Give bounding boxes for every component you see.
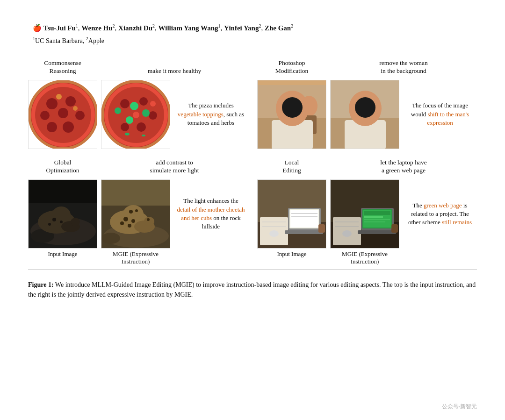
face-edited-svg	[331, 80, 399, 149]
laptop-green-image	[330, 179, 399, 249]
caption-face: The focus of the image would shift to th…	[403, 101, 477, 127]
svg-point-5	[75, 111, 85, 120]
svg-point-50	[48, 223, 51, 226]
svg-rect-79	[285, 230, 323, 234]
bottom-left-panel: GlobalOptimization add contrast tosimula…	[28, 158, 248, 249]
svg-rect-53	[29, 180, 97, 203]
svg-rect-80	[318, 224, 325, 233]
svg-point-64	[129, 210, 133, 214]
svg-point-16	[120, 99, 130, 108]
svg-point-27	[125, 133, 130, 135]
laptop-green-svg	[331, 180, 399, 249]
bottom-label-mgie-2: MGIE (Expressive Instruction)	[330, 250, 399, 265]
svg-point-48	[52, 218, 56, 221]
top-left-panel: CommonsenseReasoning make it more health…	[28, 59, 248, 149]
cheetah-dark-svg	[29, 180, 97, 249]
authors-line: 🍎 Tsu-Jui Fu1, Wenze Hu2, Xianzhi Du2, W…	[28, 23, 477, 32]
svg-point-17	[139, 97, 148, 106]
cheetah-dark-image	[28, 179, 97, 249]
svg-point-62	[120, 221, 124, 225]
svg-point-7	[47, 122, 57, 132]
svg-point-26	[150, 101, 156, 107]
figure-divider	[28, 269, 477, 270]
svg-point-57	[101, 233, 120, 244]
label-local: LocalEditing	[257, 158, 326, 175]
svg-point-28	[142, 135, 145, 136]
label-add-contrast: add contrast tosimulate more light	[101, 158, 248, 175]
svg-point-21	[130, 102, 138, 110]
svg-rect-55	[101, 180, 170, 206]
figure-caption: Figure 1: We introduce MLLM-Guided Image…	[28, 280, 477, 299]
svg-point-20	[121, 123, 129, 131]
watermark: 公众号·新智元	[442, 403, 477, 411]
svg-point-8	[40, 111, 50, 120]
svg-rect-76	[290, 210, 318, 228]
svg-point-24	[115, 107, 121, 114]
svg-point-11	[73, 106, 78, 111]
svg-point-52	[71, 218, 80, 226]
figure: CommonsenseReasoning make it more health…	[28, 59, 477, 299]
svg-point-22	[142, 109, 150, 117]
svg-point-25	[133, 112, 139, 118]
svg-point-49	[60, 221, 63, 223]
face-original-svg	[258, 80, 326, 149]
label-commonsense: CommonsenseReasoning	[28, 59, 97, 75]
pizza-original-svg	[29, 80, 97, 149]
svg-point-42	[355, 97, 375, 118]
caption-laptop: The green web page is related to a proje…	[403, 201, 477, 227]
bottom-label-input-1: Input Image	[28, 250, 97, 265]
label-green-page: let the laptop havea green web page	[330, 158, 477, 175]
pizza-original-image	[28, 80, 97, 149]
face-original-image	[257, 80, 326, 149]
bottom-label-input-2: Input Image	[257, 250, 326, 265]
top-right-panel: PhotoshopModification remove the womanin…	[257, 59, 477, 149]
svg-point-4	[65, 96, 76, 107]
cheetah-light-svg	[101, 180, 170, 249]
orange-text-pizza: vegetable toppings	[178, 111, 224, 118]
svg-point-61	[131, 219, 135, 223]
cheetah-light-image	[101, 179, 170, 249]
svg-rect-97	[362, 209, 392, 228]
orange-text-laptop2: still remains	[442, 219, 472, 226]
bottom-label-mgie-1: MGIE (Expressive Instruction)	[101, 250, 170, 265]
svg-point-96	[342, 230, 352, 237]
caption-cheetah: The light enhances the detail of the mot…	[174, 197, 248, 231]
svg-point-9	[58, 108, 68, 118]
svg-point-63	[128, 224, 131, 228]
svg-point-36	[282, 97, 303, 118]
svg-point-81	[269, 230, 279, 237]
bottom-right-panel: LocalEditing let the laptop havea green …	[257, 158, 477, 249]
svg-point-10	[56, 94, 62, 100]
svg-rect-37	[258, 80, 326, 85]
svg-point-23	[126, 116, 133, 124]
pizza-healthy-image	[101, 80, 170, 149]
orange-text-cheetah: detail of the mother cheetah and her cub…	[177, 206, 245, 221]
orange-text-face: shift to the man's expression	[427, 111, 469, 126]
svg-point-6	[63, 121, 74, 133]
svg-point-67	[144, 217, 154, 226]
affiliations: 1UC Santa Barbara, 2Apple	[28, 36, 477, 45]
caption-pizza: The pizza includes vegetable toppings, s…	[174, 101, 248, 127]
svg-point-19	[137, 122, 146, 132]
pizza-healthy-svg	[101, 80, 170, 149]
svg-rect-94	[358, 230, 396, 234]
label-make-healthy: make it more healthy	[101, 67, 248, 75]
label-global: GlobalOptimization	[28, 158, 97, 175]
svg-point-68	[147, 218, 150, 221]
svg-point-18	[149, 111, 157, 120]
svg-point-3	[46, 98, 58, 109]
svg-point-65	[135, 209, 138, 212]
face-edited-image	[330, 80, 399, 149]
label-remove-woman: remove the womanin the background	[330, 59, 477, 75]
label-photoshop: PhotoshopModification	[257, 59, 326, 75]
apple-icon: 🍎	[33, 24, 42, 32]
orange-text-laptop1: green web page	[424, 202, 462, 209]
laptop-original-image	[257, 179, 326, 249]
svg-point-60	[123, 217, 128, 221]
svg-rect-95	[391, 224, 398, 233]
laptop-original-svg	[258, 180, 326, 249]
